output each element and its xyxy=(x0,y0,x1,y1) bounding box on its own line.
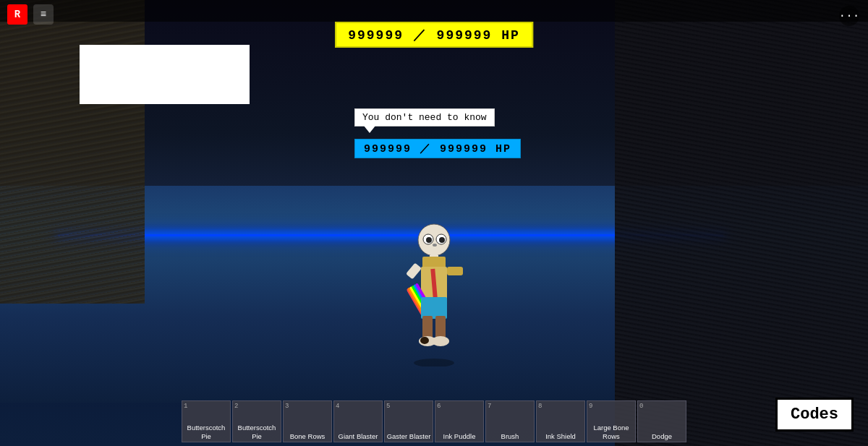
codes-button[interactable]: Codes xyxy=(775,398,854,432)
slot-number: 0 xyxy=(639,403,643,410)
slot-number: 6 xyxy=(437,403,441,410)
hotbar-slot-5[interactable]: 6Ink Puddle xyxy=(435,400,484,442)
hotbar-slot-3[interactable]: 4Giant Blaster xyxy=(333,400,383,442)
slot-number: 5 xyxy=(386,403,390,410)
character-hp-bar: 999999 ／ 999999 HP xyxy=(354,139,521,158)
character-name: You don't need to know xyxy=(362,112,487,123)
slot-number: 9 xyxy=(589,403,592,410)
slot-label: Large Bone Rows xyxy=(589,424,634,440)
wall-right xyxy=(615,0,868,446)
slot-number: 7 xyxy=(488,403,491,410)
slot-label: Brush xyxy=(501,432,519,440)
svg-point-3 xyxy=(426,237,432,243)
hotbar-slot-0[interactable]: 1Butterscotch Pie xyxy=(182,400,231,442)
menu-icon[interactable]: ≡ xyxy=(33,4,54,25)
slot-label: Gaster Blaster xyxy=(387,432,431,440)
slot-number: 4 xyxy=(336,403,339,410)
character-name-tooltip: You don't need to know xyxy=(354,108,495,126)
slot-number: 1 xyxy=(184,403,187,410)
hotbar-slot-9[interactable]: 0Dodge xyxy=(637,400,686,442)
svg-rect-16 xyxy=(406,262,422,279)
white-panel xyxy=(80,45,250,104)
hotbar-slot-7[interactable]: 8Ink Shield xyxy=(536,400,585,442)
slot-label: Dodge xyxy=(652,432,672,440)
svg-point-5 xyxy=(433,244,437,246)
more-options-button[interactable]: ··· xyxy=(839,6,859,26)
hotbar-slot-1[interactable]: 2Butterscotch Pie xyxy=(232,400,281,442)
hotbar-slot-6[interactable]: 7Brush xyxy=(485,400,535,442)
svg-rect-18 xyxy=(421,297,447,319)
tooltip-arrow xyxy=(364,126,375,133)
svg-point-22 xyxy=(432,336,449,346)
slot-label: Bone Rows xyxy=(290,432,326,440)
slot-label: Giant Blaster xyxy=(339,432,378,440)
character-sprite xyxy=(391,207,477,366)
char-hp-text: 999999 ／ 999999 HP xyxy=(364,143,511,155)
svg-rect-17 xyxy=(447,267,463,275)
svg-point-4 xyxy=(439,237,445,243)
slot-number: 8 xyxy=(538,403,542,410)
slot-label: Ink Puddle xyxy=(443,432,476,440)
hp-text-top: 999999 ／ 999999 HP xyxy=(348,28,520,43)
slot-number: 2 xyxy=(234,403,238,410)
hotbar-slot-4[interactable]: 5Gaster Blaster xyxy=(384,400,433,442)
hotbar-slot-2[interactable]: 3Bone Rows xyxy=(283,400,332,442)
svg-rect-19 xyxy=(422,316,433,339)
hotbar: 1Butterscotch Pie2Butterscotch Pie3Bone … xyxy=(182,400,686,442)
roblox-logo[interactable]: R xyxy=(7,4,27,25)
slot-label: Butterscotch Pie xyxy=(184,424,229,440)
slot-label: Butterscotch Pie xyxy=(234,424,279,440)
hotbar-slot-8[interactable]: 9Large Bone Rows xyxy=(587,400,636,442)
svg-point-23 xyxy=(420,337,429,344)
char-hp-container: 999999 ／ 999999 HP xyxy=(354,139,521,158)
top-bar: R ≡ ··· xyxy=(0,0,868,29)
svg-rect-20 xyxy=(435,316,446,339)
tooltip-box: You don't need to know xyxy=(354,108,495,126)
svg-point-24 xyxy=(414,359,454,366)
slot-number: 3 xyxy=(285,403,289,410)
slot-label: Ink Shield xyxy=(545,432,576,440)
